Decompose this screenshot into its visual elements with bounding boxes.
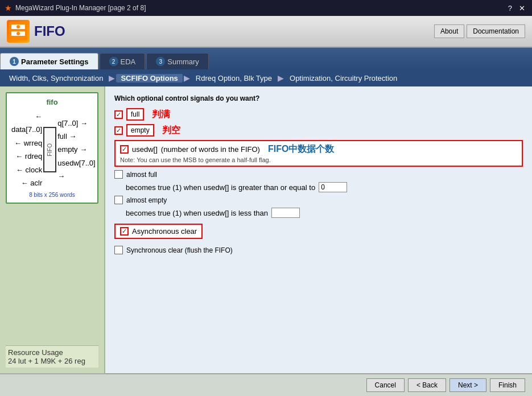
cancel-button[interactable]: Cancel: [366, 378, 405, 392]
usedw-label: usedw[]: [132, 145, 158, 154]
signal-empty: empty →: [57, 143, 96, 156]
full-label: full: [126, 108, 144, 121]
fifo-title: fifo: [11, 98, 93, 106]
async-clear-row: ✓ Asynchronous clear: [114, 224, 523, 242]
tab-summary[interactable]: 3 Summary: [146, 53, 209, 69]
usedw-block: ✓ usedw[] (number of words in the FIFO) …: [114, 140, 523, 167]
tab-bar: 1 Parameter Settings 2 EDA 3 Summary: [0, 48, 532, 69]
breadcrumb-arrow-2: ▶: [184, 73, 190, 82]
breadcrumb-step-3[interactable]: Rdreq Option, Blk Type: [191, 74, 277, 82]
async-clear-label: Asynchronous clear: [132, 227, 197, 236]
tab-num-3: 3: [156, 57, 165, 66]
async-clear-checkbox[interactable]: ✓: [120, 227, 129, 236]
sync-clear-row: Synchronous clear (flush the FIFO): [114, 246, 523, 254]
breadcrumb-arrow-1: ▶: [109, 73, 115, 82]
almost-full-desc-row: becomes true (1) when usedw[] is greater…: [126, 182, 523, 192]
breadcrumb: Width, Clks, Synchronization ▶ SCFIFO Op…: [0, 69, 532, 86]
async-clear-checkmark: ✓: [122, 228, 127, 234]
full-checkmark: ✓: [116, 112, 121, 118]
footer-divider: [105, 373, 532, 374]
signal-aclr: ← aclr: [11, 176, 42, 189]
app-icon: ★: [5, 3, 12, 13]
about-button[interactable]: About: [434, 24, 464, 38]
sync-clear-label: Synchronous clear (flush the FIFO): [126, 246, 233, 254]
app-logo: FIFO: [7, 20, 65, 43]
resource-usage-value: 24 lut + 1 M9K + 26 reg: [8, 357, 96, 365]
resource-usage-label: Resource Usage: [8, 348, 96, 357]
async-clear-block: ✓ Asynchronous clear: [114, 224, 203, 239]
tab-label-2: EDA: [121, 57, 136, 66]
usedw-row: ✓ usedw[] (number of words in the FIFO) …: [120, 143, 517, 155]
almost-empty-label: almost empty: [126, 196, 167, 204]
breadcrumb-step-2[interactable]: SCFIFO Options: [116, 74, 182, 82]
section-title: Which optional control signals do you wa…: [114, 94, 523, 102]
tab-num-1: 1: [10, 57, 19, 66]
almost-full-value-input[interactable]: [319, 182, 347, 192]
breadcrumb-arrow-3: ▶: [278, 73, 284, 82]
tab-num-2: 2: [109, 57, 118, 66]
breadcrumb-step-1[interactable]: Width, Clks, Synchronization: [5, 74, 108, 82]
app-name: FIFO: [34, 23, 65, 39]
fifo-diagram: fifo ← data[7..0] ← wrreq ← rdreq ← cloc…: [6, 92, 98, 204]
empty-option-row: ✓ empty 判空: [114, 124, 523, 137]
main-content: fifo ← data[7..0] ← wrreq ← rdreq ← cloc…: [0, 86, 532, 373]
signal-usedw: usedw[7..0] →: [57, 156, 96, 183]
logo-icon: [7, 20, 30, 43]
full-option-row: ✓ full 判满: [114, 108, 523, 121]
usedw-annotation: FIFO中数据个数: [268, 143, 334, 155]
almost-full-label: almost full: [126, 171, 157, 179]
usedw-sublabel: (number of words in the FIFO): [161, 145, 260, 154]
help-button[interactable]: ?: [506, 4, 514, 13]
tab-label-1: Parameter Settings: [21, 57, 89, 66]
almost-full-checkbox[interactable]: [114, 170, 123, 179]
empty-label: empty: [126, 124, 154, 137]
next-button[interactable]: Next >: [449, 378, 486, 392]
almost-empty-desc: becomes true (1) when usedw[] is less th…: [126, 209, 268, 217]
signal-data: ← data[7..0]: [11, 110, 42, 137]
empty-checkbox[interactable]: ✓: [114, 126, 123, 135]
signal-q: q[7..0] →: [57, 117, 96, 130]
almost-full-option-row: almost full: [114, 170, 523, 179]
clear-options-section: ✓ Asynchronous clear Synchronous clear (…: [114, 224, 523, 254]
svg-point-3: [17, 25, 20, 28]
tab-eda[interactable]: 2 EDA: [100, 53, 146, 69]
svg-point-4: [17, 32, 20, 35]
header-buttons: About Documentation: [434, 24, 525, 38]
tab-parameter-settings[interactable]: 1 Parameter Settings: [0, 53, 98, 69]
fifo-spec: 8 bits x 256 words: [11, 192, 93, 198]
usedw-checkmark: ✓: [122, 146, 127, 152]
usedw-note: Note: You can use the MSB to generate a …: [120, 156, 517, 163]
finish-button[interactable]: Finish: [490, 378, 525, 392]
title-bar: ★ MegaWizard Plug-In Manager [page 2 of …: [0, 0, 532, 16]
signal-rdreq: ← rdreq: [11, 150, 42, 163]
empty-checkmark: ✓: [116, 127, 121, 134]
resource-usage-section: Resource Usage 24 lut + 1 M9K + 26 reg: [6, 345, 98, 368]
window-title: MegaWizard Plug-In Manager [page 2 of 8]: [15, 4, 146, 12]
full-checkbox[interactable]: ✓: [114, 110, 123, 119]
breadcrumb-step-4[interactable]: Optimization, Circuitry Protection: [285, 74, 402, 82]
almost-empty-option-row: almost empty: [114, 196, 523, 204]
left-panel: fifo ← data[7..0] ← wrreq ← rdreq ← cloc…: [0, 86, 105, 373]
signal-full: full →: [57, 130, 96, 143]
almost-full-desc: becomes true (1) when usedw[] is greater…: [126, 183, 315, 192]
usedw-checkbox[interactable]: ✓: [120, 145, 129, 154]
signal-wrreq: ← wrreq: [11, 137, 42, 150]
documentation-button[interactable]: Documentation: [467, 24, 525, 38]
back-button[interactable]: < Back: [408, 378, 446, 392]
almost-empty-desc-row: becomes true (1) when usedw[] is less th…: [126, 208, 523, 218]
sync-clear-checkbox[interactable]: [114, 246, 123, 254]
right-panel: Which optional control signals do you wa…: [105, 86, 532, 373]
app-header: FIFO About Documentation: [0, 16, 532, 48]
signal-clock: ← clock: [11, 163, 42, 176]
close-button[interactable]: ✕: [517, 4, 527, 13]
full-annotation: 判满: [152, 109, 170, 121]
almost-empty-checkbox[interactable]: [114, 196, 123, 204]
almost-empty-value-input[interactable]: [271, 208, 300, 218]
footer: Cancel < Back Next > Finish: [0, 373, 532, 396]
tab-label-3: Summary: [167, 57, 199, 66]
empty-annotation: 判空: [162, 125, 180, 137]
window-controls: ? ✕: [506, 4, 527, 13]
